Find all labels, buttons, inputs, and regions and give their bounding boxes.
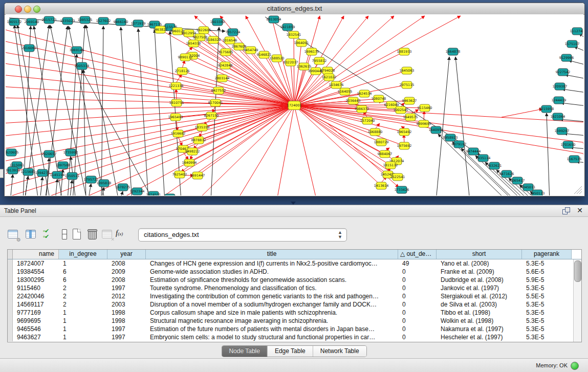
graph-node[interactable]: 9474444: [466, 148, 481, 155]
cell-title[interactable]: Tourette syndrome. Phenomenology and cla…: [146, 284, 398, 292]
graph-node[interactable]: 2718126: [175, 68, 190, 75]
graph-node[interactable]: 7625402: [172, 171, 187, 178]
cell-pagerank[interactable]: 5.3E-5: [522, 317, 572, 325]
cell-year[interactable]: 2008: [107, 259, 146, 268]
graph-node[interactable]: 7857224: [226, 29, 241, 36]
table-row[interactable]: 1872400712008Changes of HCN gene express…: [8, 259, 581, 268]
graph-node[interactable]: 1640954: [429, 126, 444, 134]
scrollbar-thumb[interactable]: [574, 260, 581, 282]
network-canvas[interactable]: 1905572206914020157231335023109532515276…: [6, 14, 583, 195]
graph-node[interactable]: 1965493: [168, 114, 183, 121]
cell-pagerank[interactable]: 5.3E-5: [522, 325, 572, 333]
column-header-out_de[interactable]: △ out_de…: [398, 250, 437, 259]
graph-node[interactable]: 1822605: [197, 27, 211, 34]
cell-year[interactable]: 2009: [107, 268, 146, 276]
function-builder-icon[interactable]: f(x): [116, 228, 128, 240]
cell-out_de[interactable]: 0: [398, 300, 437, 309]
tab-network-table[interactable]: Network Table: [313, 346, 366, 357]
graph-node[interactable]: 2069140: [25, 18, 39, 26]
table-row[interactable]: 977716911998Corpus callosum shape and si…: [8, 309, 581, 317]
graph-node[interactable]: 9463627: [402, 97, 417, 104]
graph-node[interactable]: 1724001: [287, 101, 302, 110]
new-table-icon[interactable]: [71, 228, 83, 240]
table-row[interactable]: 946362711997Embryonic stem cells: a mode…: [8, 333, 581, 341]
cell-in_degree[interactable]: 1: [59, 325, 107, 333]
graph-node[interactable]: 1572040: [360, 117, 375, 124]
tab-edge-table[interactable]: Edge Table: [268, 346, 313, 357]
graph-node[interactable]: 1678275: [116, 184, 130, 191]
table-row[interactable]: 2242004622012Investigating the contribut…: [8, 292, 581, 300]
graph-node[interactable]: 2935114: [476, 155, 491, 162]
cell-short[interactable]: Nakamura et al. (1997): [437, 325, 522, 333]
cell-short[interactable]: Dudbridge et al. (2008): [437, 276, 522, 284]
graph-node[interactable]: 3913911: [6, 167, 20, 174]
graph-node[interactable]: 1527602: [96, 17, 111, 25]
cell-out_de[interactable]: 0: [398, 276, 437, 284]
table-row[interactable]: 946554611997Estimation of the future num…: [8, 325, 581, 333]
graph-node[interactable]: 1640994: [182, 159, 197, 166]
cell-out_de[interactable]: 0: [398, 325, 437, 333]
cell-out_de[interactable]: 49: [398, 259, 437, 268]
graph-node[interactable]: 2522541: [390, 173, 405, 181]
cell-in_degree[interactable]: 6: [59, 276, 107, 284]
graph-node[interactable]: 1881933: [397, 48, 412, 55]
cell-name[interactable]: 19384554: [13, 268, 59, 276]
column-header-year[interactable]: year: [107, 250, 146, 259]
graph-node[interactable]: 9227542: [556, 69, 571, 76]
cell-out_de[interactable]: 0: [398, 292, 437, 300]
graph-node[interactable]: 1664878: [446, 48, 461, 55]
graph-node[interactable]: 9498222: [185, 148, 200, 155]
close-panel-icon[interactable]: ✕: [577, 206, 583, 214]
graph-node[interactable]: 1921859: [280, 24, 295, 31]
graph-node[interactable]: 1624534: [357, 90, 372, 97]
cell-pagerank[interactable]: 5.5E-5: [522, 292, 572, 300]
graph-node[interactable]: 1654338: [186, 40, 201, 47]
graph-node[interactable]: 7632621: [487, 162, 502, 169]
table-row[interactable]: 1456911722003Disruption of a novel membe…: [8, 300, 581, 309]
column-header-pagerank[interactable]: pagerank: [522, 250, 572, 259]
graph-node[interactable]: 1080748: [372, 95, 386, 102]
graph-node[interactable]: 1215681: [21, 168, 36, 176]
cell-title[interactable]: Changes of HCN gene expression and I(f) …: [146, 259, 398, 268]
graph-node[interactable]: 1965492: [397, 128, 412, 136]
graph-node[interactable]: 1002545: [394, 106, 408, 114]
cell-name[interactable]: 9465546: [13, 325, 59, 333]
cell-pagerank[interactable]: 5.3E-5: [522, 300, 572, 309]
graph-node[interactable]: 9245012: [163, 194, 178, 195]
cell-out_de[interactable]: 0: [398, 284, 437, 292]
column-select-icon[interactable]: [25, 228, 37, 240]
graph-node[interactable]: 8322037: [284, 59, 298, 66]
cell-in_degree[interactable]: 1: [59, 259, 107, 268]
panel-collapse-handle[interactable]: [0, 169, 4, 178]
graph-node[interactable]: 1335023: [60, 17, 75, 25]
graph-node[interactable]: 1832541: [287, 31, 301, 38]
graph-node[interactable]: 1691447: [190, 172, 205, 179]
graph-node[interactable]: 8958923: [443, 134, 458, 141]
graph-node[interactable]: 1810755: [169, 99, 184, 106]
graph-node[interactable]: 1645063: [400, 67, 415, 74]
cell-out_de[interactable]: 0: [398, 317, 437, 325]
graph-node[interactable]: 1095818: [97, 180, 112, 187]
graph-node[interactable]: 1071919: [131, 20, 146, 27]
column-header-in_degree[interactable]: in_degree: [59, 250, 107, 259]
cell-name[interactable]: 9463627: [13, 333, 59, 341]
graph-node[interactable]: 1905572: [7, 18, 22, 26]
graph-node[interactable]: 2016062: [22, 45, 37, 52]
graph-node[interactable]: 1167535: [567, 156, 582, 163]
graph-node[interactable]: 2803144: [215, 75, 230, 82]
table-row[interactable]: 911546021997Tourette syndrome. Phenomeno…: [8, 284, 581, 292]
graph-node[interactable]: 2036443: [346, 97, 361, 104]
graph-node[interactable]: 9466160: [114, 18, 128, 26]
cell-out_de[interactable]: 0: [398, 309, 437, 317]
graph-node[interactable]: 8267150: [204, 112, 219, 119]
cell-short[interactable]: Stergiakouli et al. (2012): [437, 292, 522, 300]
graph-node[interactable]: 1649575: [403, 114, 418, 121]
cell-title[interactable]: Estimation of significance thresholds fo…: [146, 276, 398, 284]
graph-node[interactable]: 9115460: [418, 104, 432, 112]
cell-title[interactable]: Estimation of the future numbers of pati…: [146, 325, 398, 333]
graph-node[interactable]: 1068880: [368, 128, 383, 136]
graph-node[interactable]: 1112743: [570, 28, 583, 35]
graph-node[interactable]: 1916682: [171, 130, 186, 137]
graph-node[interactable]: 1733426: [395, 186, 409, 193]
graph-node[interactable]: 1599297: [555, 127, 570, 135]
